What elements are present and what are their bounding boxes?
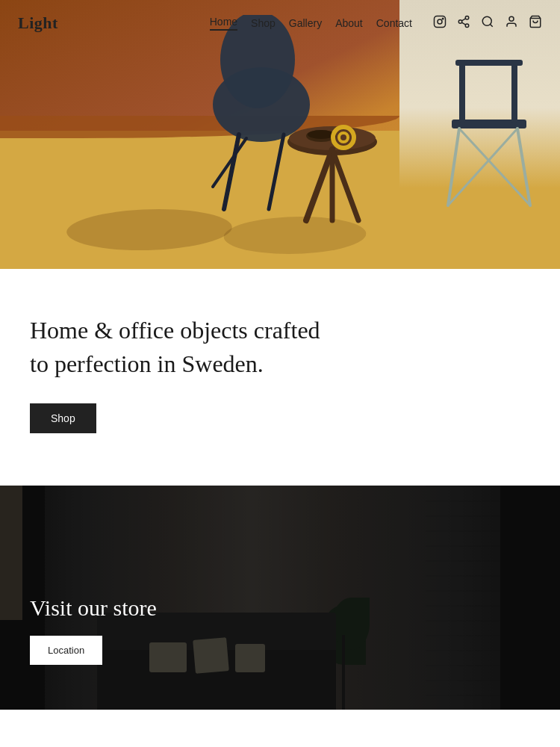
svg-line-27 — [306, 149, 332, 220]
cushion-2 — [193, 637, 229, 674]
nav-about[interactable]: About — [335, 17, 363, 29]
nav-home[interactable]: Home — [210, 16, 237, 31]
svg-point-2 — [442, 18, 444, 19]
svg-point-4 — [458, 20, 462, 24]
svg-rect-20 — [511, 60, 517, 123]
headline: Home & office objects crafted to perfect… — [30, 314, 343, 381]
svg-point-8 — [482, 16, 491, 25]
share-icon[interactable] — [457, 15, 470, 31]
text-section: Home & office objects crafted to perfect… — [0, 269, 560, 486]
logo[interactable]: Light — [18, 13, 58, 33]
header: Light Home Shop Gallery About Contact — [0, 0, 560, 46]
svg-point-5 — [465, 24, 469, 28]
cushion-3 — [235, 644, 265, 672]
nav-gallery[interactable]: Gallery — [289, 17, 322, 29]
instagram-icon[interactable] — [433, 15, 447, 31]
svg-line-6 — [461, 22, 465, 25]
shop-button[interactable]: Shop — [30, 403, 96, 433]
nav-contact[interactable]: Contact — [376, 17, 412, 29]
svg-line-9 — [490, 24, 492, 26]
svg-point-10 — [509, 16, 514, 21]
svg-line-15 — [269, 134, 284, 209]
location-button[interactable]: Location — [30, 636, 102, 665]
svg-rect-0 — [435, 16, 446, 28]
svg-point-3 — [465, 16, 469, 20]
side-table — [284, 120, 381, 224]
svg-line-29 — [332, 149, 358, 220]
svg-point-1 — [438, 19, 442, 24]
svg-line-7 — [461, 19, 465, 21]
chair-right — [441, 37, 538, 209]
cart-icon[interactable] — [529, 15, 542, 31]
nav-shop[interactable]: Shop — [251, 17, 276, 29]
svg-rect-19 — [459, 60, 465, 123]
user-icon[interactable] — [505, 15, 518, 31]
svg-line-14 — [224, 134, 239, 209]
nav-icons — [433, 15, 542, 31]
store-title: Visit our store — [30, 595, 157, 621]
svg-point-31 — [308, 130, 335, 139]
store-content: Visit our store Location — [30, 595, 157, 665]
main-nav: Home Shop Gallery About Contact — [210, 15, 542, 31]
search-icon[interactable] — [481, 15, 494, 31]
store-section: Visit our store Location — [0, 486, 560, 710]
